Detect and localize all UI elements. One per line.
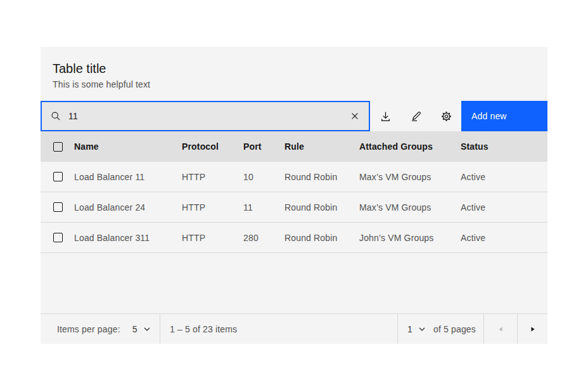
pagination-range-section: 1 – 5 of 23 items <box>160 314 398 344</box>
search-clear-button[interactable] <box>341 102 369 130</box>
table-row: Load Balancer 11 HTTP 10 Round Robin Max… <box>41 162 547 192</box>
pagination-next-button[interactable] <box>518 314 547 344</box>
column-header-rule: Rule <box>284 141 359 152</box>
table-header-row: Name Protocol Port Rule Attached Groups … <box>41 131 547 162</box>
add-new-button[interactable]: Add new <box>461 101 547 131</box>
cell-status: Active <box>461 202 547 212</box>
pagination-bar: Items per page: 5 1 – 5 of 23 items 1 <box>41 313 547 344</box>
page-select-section: 1 of 5 pages <box>398 314 484 344</box>
pages-count-label: of 5 pages <box>433 324 476 334</box>
select-all-checkbox[interactable] <box>53 142 63 152</box>
caret-right-icon <box>530 326 535 332</box>
data-table-widget: Table title This is some helpful text <box>41 47 547 344</box>
table-row: Load Balancer 311 HTTP 280 Round Robin J… <box>41 223 547 253</box>
settings-button[interactable] <box>431 101 461 131</box>
column-header-attached-groups: Attached Groups <box>359 141 461 152</box>
row-checkbox[interactable] <box>53 202 63 212</box>
search-box[interactable] <box>41 101 370 131</box>
column-header-port: Port <box>243 141 284 152</box>
pagination-prev-button[interactable] <box>484 314 518 344</box>
search-icon <box>51 111 61 121</box>
items-per-page-select[interactable]: 5 <box>132 314 150 344</box>
table-title: Table title <box>53 60 535 77</box>
row-checkbox[interactable] <box>53 172 63 181</box>
items-per-page-value: 5 <box>132 324 137 334</box>
page-number-value: 1 <box>407 324 412 334</box>
chevron-down-icon <box>144 327 150 331</box>
download-icon <box>380 111 391 122</box>
edit-icon <box>411 111 421 122</box>
cell-name: Load Balancer 24 <box>74 202 182 212</box>
cell-name: Load Balancer 311 <box>74 233 182 243</box>
table-empty-area <box>41 253 547 313</box>
cell-rule: Round Robin <box>284 202 359 212</box>
cell-status: Active <box>461 233 547 243</box>
cell-rule: Round Robin <box>284 233 359 243</box>
pagination-range-text: 1 – 5 of 23 items <box>170 324 237 334</box>
chevron-down-icon <box>419 327 425 331</box>
cell-attached-groups: Max’s VM Groups <box>359 172 461 182</box>
page-number-select[interactable]: 1 <box>407 314 425 344</box>
download-button[interactable] <box>370 101 400 131</box>
edit-button[interactable] <box>400 101 431 131</box>
cell-protocol: HTTP <box>182 172 243 182</box>
table-row: Load Balancer 24 HTTP 11 Round Robin Max… <box>41 192 547 223</box>
cell-protocol: HTTP <box>182 233 243 243</box>
cell-protocol: HTTP <box>182 202 243 212</box>
items-per-page-label: Items per page: <box>57 324 120 334</box>
column-header-name: Name <box>74 141 182 152</box>
cell-status: Active <box>461 172 547 182</box>
settings-icon <box>441 111 452 122</box>
table-toolbar: Add new <box>41 101 547 131</box>
cell-port: 10 <box>243 172 284 182</box>
close-icon <box>350 112 359 121</box>
cell-port: 280 <box>243 233 284 243</box>
column-header-status: Status <box>461 141 547 152</box>
cell-name: Load Balancer 11 <box>74 172 182 182</box>
column-header-protocol: Protocol <box>182 141 243 152</box>
row-checkbox[interactable] <box>53 233 63 242</box>
search-input[interactable] <box>68 102 341 130</box>
table-header-section: Table title This is some helpful text <box>41 47 547 101</box>
caret-left-icon <box>498 326 503 332</box>
cell-attached-groups: John’s VM Groups <box>359 233 461 243</box>
items-per-page-section: Items per page: 5 <box>41 314 160 344</box>
cell-attached-groups: Max’s VM Groups <box>359 202 461 212</box>
cell-rule: Round Robin <box>284 172 359 182</box>
cell-port: 11 <box>243 202 284 212</box>
table-helper-text: This is some helpful text <box>53 79 535 90</box>
